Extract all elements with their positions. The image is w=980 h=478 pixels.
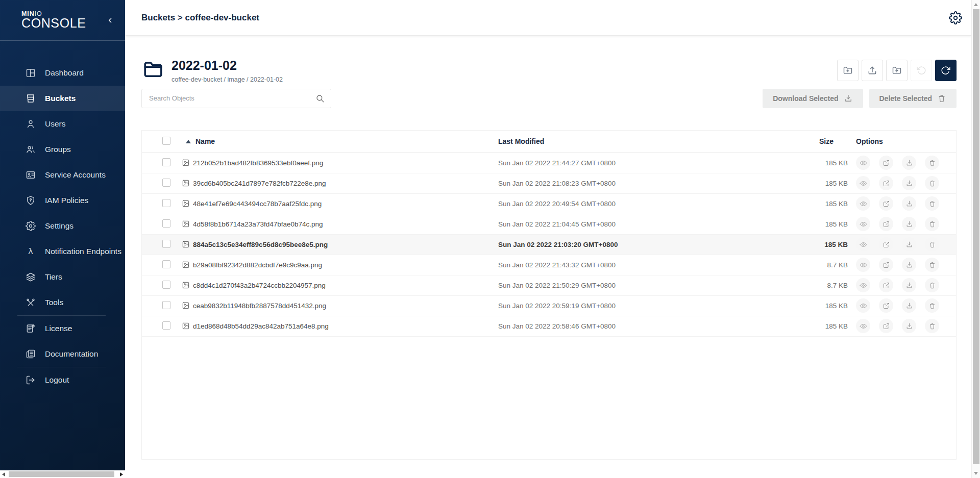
- sidebar-item-tiers[interactable]: Tiers: [0, 264, 125, 290]
- sidebar-item-tools[interactable]: Tools: [0, 290, 125, 315]
- delete-icon[interactable]: [925, 217, 939, 231]
- search-input[interactable]: [149, 94, 315, 102]
- sidebar-item-buckets[interactable]: Buckets: [0, 86, 125, 111]
- sidebar-item-groups[interactable]: Groups: [0, 137, 125, 162]
- share-icon[interactable]: [879, 196, 893, 211]
- object-name[interactable]: 884a5c13c5e34eff89c56d8c95bee8e5.png: [193, 241, 328, 248]
- share-icon[interactable]: [879, 319, 893, 333]
- sidebar-item-iam-policies[interactable]: IAM Policies: [0, 188, 125, 213]
- row-checkbox[interactable]: [162, 260, 170, 268]
- object-name[interactable]: 39cd6b405bc241d7897e782fcb722e8e.png: [193, 180, 326, 187]
- preview-icon[interactable]: [856, 237, 870, 251]
- sidebar-item-settings[interactable]: Settings: [0, 213, 125, 239]
- table-header-row: Name Last Modified Size Options: [142, 131, 956, 153]
- download-icon[interactable]: [902, 176, 916, 190]
- object-name[interactable]: 212b052b1bad482fb8369533ebf0aeef.png: [193, 159, 323, 167]
- delete-icon[interactable]: [925, 196, 939, 211]
- 4d58f8b1b6714a23a73fd47bfae0b74c.png[interactable]: 4d58f8b1b6714a23a73fd47bfae0b74c.png Sun…: [142, 214, 956, 235]
- select-all-checkbox[interactable]: [162, 137, 170, 145]
- download-icon[interactable]: [902, 237, 916, 251]
- sidebar-item-service-accounts[interactable]: Service Accounts: [0, 162, 125, 188]
- row-checkbox[interactable]: [162, 301, 170, 309]
- share-icon[interactable]: [879, 298, 893, 313]
- breadcrumb[interactable]: Buckets > coffee-dev-bucket: [141, 13, 259, 23]
- object-name[interactable]: b29a08fbf92342d882dcbdf7e9c9c9aa.png: [193, 261, 322, 269]
- download-icon[interactable]: [902, 278, 916, 292]
- preview-icon[interactable]: [856, 278, 870, 292]
- column-header-name[interactable]: Name: [182, 137, 498, 145]
- refresh-button[interactable]: [935, 60, 957, 81]
- delete-icon[interactable]: [925, 278, 939, 292]
- sidebar-item-notification-endpoints[interactable]: λ Notification Endpoints: [0, 239, 125, 264]
- ceab9832b11948bfb2887578dd451432.png[interactable]: ceab9832b11948bfb2887578dd451432.png Sun…: [142, 296, 956, 316]
- delete-icon[interactable]: [925, 319, 939, 333]
- download-icon[interactable]: [902, 319, 916, 333]
- scroll-left-arrow-icon[interactable]: [2, 472, 5, 476]
- upload-folder-button[interactable]: [886, 60, 908, 81]
- share-icon[interactable]: [879, 156, 893, 170]
- preview-icon[interactable]: [856, 156, 870, 170]
- download-selected-button[interactable]: Download Selected: [763, 89, 863, 108]
- row-checkbox[interactable]: [162, 321, 170, 330]
- vertical-scrollbar-thumb[interactable]: [973, 9, 979, 464]
- share-icon[interactable]: [879, 217, 893, 231]
- 212b052b1bad482fb8369533ebf0aeef.png[interactable]: 212b052b1bad482fb8369533ebf0aeef.png Sun…: [142, 153, 956, 173]
- row-checkbox[interactable]: [162, 240, 170, 248]
- delete-selected-button[interactable]: Delete Selected: [869, 89, 957, 108]
- share-icon[interactable]: [879, 258, 893, 272]
- delete-icon[interactable]: [925, 176, 939, 190]
- delete-icon[interactable]: [925, 258, 939, 272]
- scroll-right-arrow-icon[interactable]: [120, 472, 123, 476]
- row-checkbox[interactable]: [162, 179, 170, 187]
- download-icon[interactable]: [902, 258, 916, 272]
- preview-icon[interactable]: [856, 319, 870, 333]
- object-name[interactable]: d1ed868d48b54dd29ac842ab751a64e8.png: [193, 322, 329, 330]
- object-name[interactable]: 4d58f8b1b6714a23a73fd47bfae0b74c.png: [193, 220, 323, 228]
- preview-icon[interactable]: [856, 217, 870, 231]
- scroll-up-arrow-icon[interactable]: [974, 3, 978, 6]
- download-icon[interactable]: [902, 298, 916, 313]
- download-selected-label: Download Selected: [773, 94, 838, 103]
- download-icon[interactable]: [902, 156, 916, 170]
- share-icon[interactable]: [879, 278, 893, 292]
- download-icon[interactable]: [902, 217, 916, 231]
- vertical-scrollbar[interactable]: [971, 0, 980, 478]
- object-name[interactable]: c8dd4c1d270f43a2b4724ccbb2204957.png: [193, 282, 326, 289]
- c8dd4c1d270f43a2b4724ccbb2204957.png[interactable]: c8dd4c1d270f43a2b4724ccbb2204957.png Sun…: [142, 275, 956, 296]
- download-icon[interactable]: [902, 196, 916, 211]
- 884a5c13c5e34eff89c56d8c95bee8e5.png[interactable]: 884a5c13c5e34eff89c56d8c95bee8e5.png Sun…: [142, 235, 956, 255]
- sidebar-collapse-button[interactable]: [104, 14, 117, 27]
- sidebar-item-documentation[interactable]: Documentation: [0, 341, 125, 367]
- rewind-button[interactable]: [911, 60, 932, 81]
- row-checkbox[interactable]: [162, 281, 170, 289]
- preview-icon[interactable]: [856, 258, 870, 272]
- object-name[interactable]: 48e41ef7e69c443494cc78b7aaf25fdc.png: [193, 200, 322, 208]
- delete-icon[interactable]: [925, 237, 939, 251]
- horizontal-scrollbar[interactable]: [0, 470, 125, 478]
- d1ed868d48b54dd29ac842ab751a64e8.png[interactable]: d1ed868d48b54dd29ac842ab751a64e8.png Sun…: [142, 316, 956, 337]
- 48e41ef7e69c443494cc78b7aaf25fdc.png[interactable]: 48e41ef7e69c443494cc78b7aaf25fdc.png Sun…: [142, 194, 956, 214]
- b29a08fbf92342d882dcbdf7e9c9c9aa.png[interactable]: b29a08fbf92342d882dcbdf7e9c9c9aa.png Sun…: [142, 255, 956, 275]
- preview-icon[interactable]: [856, 176, 870, 190]
- object-path-breadcrumb[interactable]: coffee-dev-bucket / image / 2022-01-02: [172, 76, 283, 83]
- object-name[interactable]: ceab9832b11948bfb2887578dd451432.png: [193, 302, 326, 310]
- sidebar-item-logout[interactable]: Logout: [0, 367, 125, 393]
- scroll-down-arrow-icon[interactable]: [974, 472, 978, 475]
- create-new-path-button[interactable]: [837, 60, 859, 81]
- row-checkbox[interactable]: [162, 219, 170, 228]
- delete-icon[interactable]: [925, 156, 939, 170]
- 39cd6b405bc241d7897e782fcb722e8e.png[interactable]: 39cd6b405bc241d7897e782fcb722e8e.png Sun…: [142, 173, 956, 194]
- row-checkbox[interactable]: [162, 158, 170, 166]
- horizontal-scrollbar-thumb[interactable]: [9, 471, 114, 477]
- sidebar-item-dashboard[interactable]: Dashboard: [0, 60, 125, 86]
- settings-gear-button[interactable]: [949, 11, 962, 24]
- sidebar-item-license[interactable]: License: [0, 316, 125, 341]
- row-checkbox[interactable]: [162, 199, 170, 207]
- share-icon[interactable]: [879, 237, 893, 251]
- share-icon[interactable]: [879, 176, 893, 190]
- upload-file-button[interactable]: [862, 60, 883, 81]
- preview-icon[interactable]: [856, 196, 870, 211]
- preview-icon[interactable]: [856, 298, 870, 313]
- sidebar-item-users[interactable]: Users: [0, 111, 125, 137]
- delete-icon[interactable]: [925, 298, 939, 313]
